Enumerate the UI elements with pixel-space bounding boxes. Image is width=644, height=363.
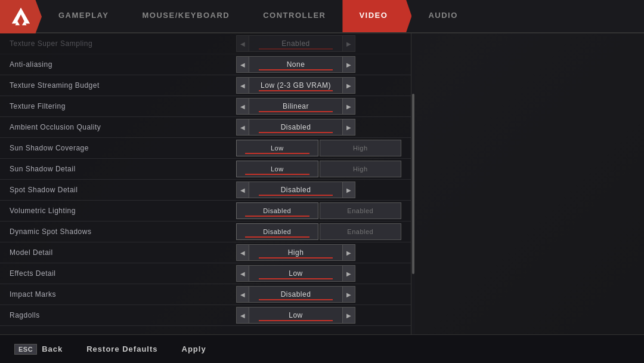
settings-scroll[interactable]: Texture Super Sampling ◀ Enabled ▶: [0, 33, 411, 334]
label-impact-marks: Impact Marks: [10, 290, 236, 299]
underline-volumetric-lighting-disabled: [245, 216, 309, 217]
main-content: Texture Super Sampling ◀ Enabled ▶: [0, 33, 644, 334]
apex-logo-icon: [10, 5, 32, 28]
label-ragdolls: Ragdolls: [10, 311, 236, 319]
underline-dynamic-spot-shadows-disabled: [245, 236, 309, 238]
arrow-selector-spot-shadow-detail[interactable]: ◀ Disabled ▶: [236, 182, 355, 198]
arrow-left-texture-filtering[interactable]: ◀: [236, 98, 249, 115]
arrow-left-effects-detail[interactable]: ◀: [236, 265, 249, 282]
arrow-selector-texture-streaming-budget[interactable]: ◀ Low (2-3 GB VRAM) ▶: [236, 77, 355, 94]
underline-ragdolls: [259, 320, 333, 321]
underline-model-detail: [259, 257, 333, 259]
setting-row-dynamic-spot-shadows: Dynamic Spot Shadows Disabled Enabled: [0, 222, 411, 242]
label-top-faded: Texture Super Sampling: [10, 39, 236, 48]
value-effects-detail: Low: [249, 265, 342, 282]
arrow-right-texture-streaming-budget[interactable]: ▶: [342, 77, 355, 94]
setting-row-texture-streaming-budget: Texture Streaming Budget ◀ Low (2-3 GB V…: [0, 75, 411, 96]
underline-top-faded: [259, 48, 333, 50]
back-label: Back: [42, 344, 63, 353]
arrow-right-ambient-occlusion-quality[interactable]: ▶: [342, 119, 355, 136]
control-ambient-occlusion-quality: ◀ Disabled ▶: [236, 119, 401, 136]
underline-spot-shadow-detail: [259, 195, 333, 196]
control-texture-filtering: ◀ Bilinear ▶: [236, 98, 401, 115]
setting-row-spot-shadow-detail: Spot Shadow Detail ◀ Disabled ▶: [0, 180, 411, 201]
arrow-selector-ragdolls[interactable]: ◀ Low ▶: [236, 307, 355, 324]
toggle-volumetric-lighting-enabled[interactable]: Enabled: [320, 202, 402, 219]
tab-controller[interactable]: CONTROLLER: [246, 0, 342, 32]
underline-texture-filtering: [259, 111, 333, 112]
control-top-faded: ◀ Enabled ▶: [236, 35, 401, 52]
arrow-right-anti-aliasing[interactable]: ▶: [342, 56, 355, 73]
arrow-selector-top-faded[interactable]: ◀ Enabled ▶: [236, 35, 355, 52]
scroll-divider[interactable]: [411, 33, 415, 334]
arrow-left-impact-marks[interactable]: ◀: [236, 286, 249, 303]
label-volumetric-lighting: Volumetric Lighting: [10, 207, 236, 215]
tab-mouse-keyboard[interactable]: MOUSE/KEYBOARD: [125, 0, 246, 32]
control-spot-shadow-detail: ◀ Disabled ▶: [236, 182, 401, 198]
setting-row-ragdolls: Ragdolls ◀ Low ▶: [0, 305, 411, 326]
arrow-right-model-detail[interactable]: ▶: [342, 244, 355, 261]
control-texture-streaming-budget: ◀ Low (2-3 GB VRAM) ▶: [236, 77, 401, 94]
arrow-right-impact-marks[interactable]: ▶: [342, 286, 355, 303]
setting-row-ambient-occlusion-quality: Ambient Occlusion Quality ◀ Disabled ▶: [0, 117, 411, 138]
arrow-left-texture-streaming-budget[interactable]: ◀: [236, 77, 249, 94]
arrow-left-anti-aliasing[interactable]: ◀: [236, 56, 249, 73]
arrow-left-spot-shadow-detail[interactable]: ◀: [236, 182, 249, 198]
setting-row-texture-filtering: Texture Filtering ◀ Bilinear ▶: [0, 96, 411, 117]
toggle-sun-shadow-detail-low[interactable]: Low: [236, 161, 318, 177]
control-sun-shadow-detail: Low High: [236, 161, 401, 177]
arrow-left-ambient-occlusion-quality[interactable]: ◀: [236, 119, 249, 136]
svg-marker-0: [12, 8, 30, 24]
arrow-left-model-detail[interactable]: ◀: [236, 244, 249, 261]
label-effects-detail: Effects Detail: [10, 269, 236, 278]
setting-row-sun-shadow-coverage: Sun Shadow Coverage Low High: [0, 138, 411, 159]
toggle-volumetric-lighting-disabled[interactable]: Disabled: [236, 202, 318, 219]
underline-anti-aliasing: [259, 69, 333, 70]
control-sun-shadow-coverage: Low High: [236, 140, 401, 156]
setting-row-anti-aliasing: Anti-aliasing ◀ None ▶: [0, 54, 411, 75]
arrow-selector-impact-marks[interactable]: ◀ Disabled ▶: [236, 286, 355, 303]
label-model-detail: Model Detail: [10, 248, 236, 257]
toggle-sun-shadow-detail-high[interactable]: High: [320, 161, 402, 177]
restore-defaults-button[interactable]: Restore Defaults: [86, 344, 157, 353]
arrow-selector-texture-filtering[interactable]: ◀ Bilinear ▶: [236, 98, 355, 115]
value-top-faded: Enabled: [249, 35, 342, 52]
label-texture-streaming-budget: Texture Streaming Budget: [10, 81, 236, 90]
tab-video[interactable]: VIDEO: [342, 0, 411, 32]
value-spot-shadow-detail: Disabled: [249, 182, 342, 198]
tab-audio[interactable]: AUDIO: [411, 0, 474, 32]
arrow-right-top-faded[interactable]: ▶: [342, 35, 355, 52]
right-panel: [415, 33, 644, 334]
apply-button[interactable]: Apply: [182, 344, 206, 353]
value-ambient-occlusion-quality: Disabled: [249, 119, 342, 136]
arrow-selector-ambient-occlusion-quality[interactable]: ◀ Disabled ▶: [236, 119, 355, 136]
arrow-left-ragdolls[interactable]: ◀: [236, 307, 249, 324]
value-texture-filtering: Bilinear: [249, 98, 342, 115]
arrow-selector-model-detail[interactable]: ◀ High ▶: [236, 244, 355, 261]
arrow-selector-anti-aliasing[interactable]: ◀ None ▶: [236, 56, 355, 73]
control-model-detail: ◀ High ▶: [236, 244, 401, 261]
tab-gameplay[interactable]: GAMEPLAY: [42, 0, 125, 32]
back-button[interactable]: ESC Back: [14, 344, 63, 355]
toggle-sun-shadow-coverage-low[interactable]: Low: [236, 140, 318, 156]
setting-row-impact-marks: Impact Marks ◀ Disabled ▶: [0, 284, 411, 305]
underline-effects-detail: [259, 278, 333, 279]
label-ambient-occlusion-quality: Ambient Occlusion Quality: [10, 123, 236, 131]
toggle-sun-shadow-coverage-high[interactable]: High: [320, 140, 402, 156]
apex-logo: [0, 0, 42, 33]
value-anti-aliasing: None: [249, 56, 342, 73]
toggle-dynamic-spot-shadows-enabled[interactable]: Enabled: [320, 223, 402, 240]
app-container: GAMEPLAY MOUSE/KEYBOARD CONTROLLER VIDEO…: [0, 0, 644, 363]
underline-texture-streaming-budget: [259, 90, 333, 91]
toggle-dynamic-spot-shadows-disabled[interactable]: Disabled: [236, 223, 318, 240]
arrow-right-effects-detail[interactable]: ▶: [342, 265, 355, 282]
scroll-thumb: [412, 94, 414, 274]
arrow-right-ragdolls[interactable]: ▶: [342, 307, 355, 324]
arrow-right-spot-shadow-detail[interactable]: ▶: [342, 182, 355, 198]
value-impact-marks: Disabled: [249, 286, 342, 303]
setting-row-top-faded: Texture Super Sampling ◀ Enabled ▶: [0, 33, 411, 54]
control-ragdolls: ◀ Low ▶: [236, 307, 401, 324]
arrow-selector-effects-detail[interactable]: ◀ Low ▶: [236, 265, 355, 282]
arrow-left-top-faded[interactable]: ◀: [236, 35, 249, 52]
arrow-right-texture-filtering[interactable]: ▶: [342, 98, 355, 115]
